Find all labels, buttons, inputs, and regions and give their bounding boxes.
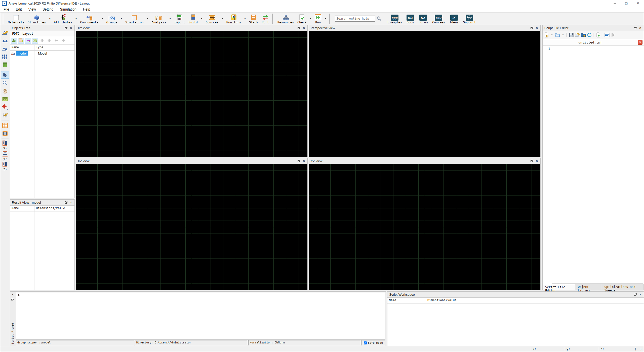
run-button[interactable]: Run	[313, 13, 323, 24]
float-icon[interactable]	[633, 292, 638, 297]
duplicate-object-icon[interactable]	[1, 37, 9, 44]
delete-object-icon[interactable]	[1, 61, 9, 68]
add-structure-button[interactable]	[11, 38, 17, 43]
groups-button[interactable]: Groups	[105, 13, 119, 24]
grid-values-icon[interactable]	[1, 130, 9, 137]
perspective-view-canvas[interactable]	[309, 31, 540, 157]
sources-button[interactable]: Sources	[204, 13, 220, 24]
xz-view-canvas[interactable]	[76, 164, 307, 290]
run-dropdown-icon[interactable]: ▾	[324, 17, 328, 20]
script-workspace-list[interactable]	[387, 303, 644, 346]
new-script-dropdown-icon[interactable]: ▾	[550, 34, 554, 36]
float-icon[interactable]	[296, 26, 301, 30]
forum-button[interactable]: KX Forum	[416, 13, 430, 24]
menu-view[interactable]: View	[25, 7, 39, 12]
components-button[interactable]: Components	[78, 13, 100, 24]
toolbar-drag-handle[interactable]	[3, 14, 5, 24]
close-file-icon[interactable]: ✕	[638, 40, 642, 45]
menu-setting[interactable]: Setting	[39, 7, 57, 12]
zoom-extents-icon[interactable]	[1, 103, 9, 111]
search-input[interactable]	[335, 16, 375, 22]
attributes-button[interactable]: Attributes	[52, 13, 74, 24]
grid-attributes-icon[interactable]	[1, 122, 9, 129]
float-icon[interactable]	[63, 200, 68, 205]
add-simulation-button[interactable]	[18, 38, 24, 43]
close-icon[interactable]: ✕	[68, 26, 73, 30]
maximize-button[interactable]: ▢	[621, 0, 632, 6]
safe-mode-checkbox[interactable]	[364, 341, 367, 344]
refresh-script-button[interactable]	[587, 32, 592, 38]
float-icon[interactable]	[529, 159, 534, 163]
result-view-list[interactable]	[10, 211, 74, 290]
objects-tree-list[interactable]: model Model	[10, 51, 74, 198]
yz-view-canvas[interactable]	[309, 164, 540, 290]
tab-object-library[interactable]: Object Library	[575, 284, 602, 290]
tab-script-file-editor[interactable]: Script File Editor	[543, 284, 575, 290]
script-text-area[interactable]	[552, 46, 643, 284]
components-dropdown-icon[interactable]: ▾	[100, 17, 104, 20]
run-script-button[interactable]	[595, 32, 601, 38]
simulation-button[interactable]: Simulation	[124, 13, 145, 24]
new-script-button[interactable]	[544, 32, 549, 38]
tab-fdtd[interactable]: FDTD	[11, 32, 20, 35]
move-right-button[interactable]	[60, 38, 66, 43]
ruler-tool-icon[interactable]: 1 2	[1, 95, 9, 103]
add-analysis-button[interactable]	[32, 38, 38, 43]
move-down-button[interactable]	[46, 38, 52, 43]
open-script-dropdown-icon[interactable]: ▾	[561, 34, 565, 36]
close-icon[interactable]: ✕	[301, 26, 306, 30]
menu-edit[interactable]: Edit	[13, 7, 25, 12]
materials-button[interactable]: Materials	[6, 13, 26, 24]
docs-button[interactable]: KB Docs	[404, 13, 416, 24]
menu-simulation[interactable]: Simulation	[57, 7, 79, 12]
courses-button[interactable]: edu Courses	[430, 13, 447, 24]
menu-file[interactable]: File	[0, 7, 13, 12]
script-lines-button[interactable]	[604, 32, 610, 38]
tab-layout[interactable]: Layout	[21, 32, 34, 35]
structures-dropdown-icon[interactable]: ▾	[48, 17, 52, 20]
pan-tool-icon[interactable]	[1, 87, 9, 95]
array-objects-icon[interactable]	[1, 53, 9, 60]
float-icon[interactable]	[63, 26, 68, 30]
port-button[interactable]: Port	[260, 13, 271, 24]
groups-dropdown-icon[interactable]: ▾	[119, 17, 123, 20]
add-monitor-button[interactable]	[25, 38, 31, 43]
close-icon[interactable]: ✕	[68, 200, 73, 205]
support-button[interactable]: Support	[461, 13, 478, 24]
structures-button[interactable]: Structures	[26, 13, 48, 24]
edit-object-icon[interactable]	[1, 29, 9, 36]
xy-view-canvas[interactable]	[76, 31, 307, 157]
check-dropdown-icon[interactable]: ▾	[308, 17, 312, 20]
script-prompt-console[interactable]: >	[16, 292, 385, 340]
zoom-tool-icon[interactable]	[1, 79, 9, 87]
script-file-tab[interactable]: untitled.lsf	[543, 40, 638, 44]
analysis-button[interactable]: f Analysis	[150, 13, 168, 24]
close-icon[interactable]: ✕	[638, 26, 643, 30]
z-view-dropdown-icon[interactable]: ▾	[6, 168, 7, 170]
x-view-dropdown-icon[interactable]: ▾	[6, 147, 7, 149]
tab-optimizations-sweeps[interactable]: Optimizations and Sweeps	[602, 284, 644, 290]
x-view-button[interactable]: x▾	[2, 140, 8, 150]
check-button[interactable]: Check	[296, 13, 308, 24]
move-up-button[interactable]	[39, 38, 45, 43]
menu-help[interactable]: Help	[80, 7, 94, 12]
sources-dropdown-icon[interactable]: ▾	[220, 17, 224, 20]
monitors-button[interactable]: Monitors	[225, 13, 243, 24]
analysis-dropdown-icon[interactable]: ▾	[168, 17, 172, 20]
examples-button[interactable]: app Examples	[385, 13, 404, 24]
close-icon[interactable]: ✕	[638, 292, 643, 297]
open-script-button[interactable]	[555, 32, 560, 38]
float-icon[interactable]	[529, 26, 534, 30]
simulation-dropdown-icon[interactable]: ▾	[145, 17, 149, 20]
close-icon[interactable]: ✕	[10, 292, 15, 297]
z-view-button[interactable]: z▾	[2, 161, 8, 171]
move-left-button[interactable]	[53, 38, 59, 43]
close-icon[interactable]: ✕	[534, 159, 539, 163]
close-icon[interactable]: ✕	[534, 26, 539, 30]
attributes-dropdown-icon[interactable]: ▾	[74, 17, 78, 20]
stack-button[interactable]: Stack	[247, 13, 260, 24]
nav-left-icon[interactable]: ⟨	[633, 347, 638, 351]
import-button[interactable]: GDS Import	[172, 13, 187, 24]
select-tool-icon[interactable]	[1, 71, 9, 79]
build-button[interactable]: Build	[187, 13, 199, 24]
